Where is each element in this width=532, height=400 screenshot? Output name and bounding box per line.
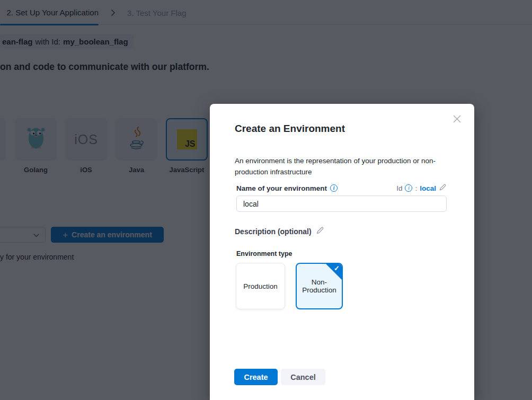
description-optional-label: Description (optional) [235, 227, 312, 236]
close-icon[interactable] [452, 114, 462, 123]
environment-type-nonproduction-card[interactable]: ✓ Non-Production [296, 263, 343, 309]
id-value: local [420, 184, 436, 192]
environment-type-production-card[interactable]: Production [236, 263, 285, 309]
production-card-label: Production [243, 282, 278, 290]
modal-description: An environment is the representation of … [235, 155, 448, 177]
id-info-icon[interactable]: i [405, 184, 412, 192]
create-button[interactable]: Create [234, 369, 278, 385]
name-and-id-row: Name of your environment i Id i : local [236, 183, 447, 193]
edit-id-pencil-icon[interactable] [439, 183, 447, 193]
environment-name-label: Name of your environment i [236, 184, 338, 192]
environment-name-label-text: Name of your environment [236, 184, 327, 192]
description-label-row: Description (optional) [235, 226, 324, 237]
environment-name-input[interactable] [236, 195, 447, 212]
nonproduction-card-label: Non-Production [297, 278, 342, 294]
edit-description-pencil-icon[interactable] [316, 226, 324, 237]
id-separator: : [415, 184, 417, 192]
environment-id-block: Id i : local [396, 183, 447, 193]
modal-title: Create an Environment [235, 123, 345, 135]
id-label: Id [396, 184, 402, 192]
environment-type-label: Environment type [236, 250, 292, 257]
info-icon[interactable]: i [330, 184, 338, 192]
create-environment-modal: Create an Environment An environment is … [210, 104, 474, 400]
check-icon: ✓ [334, 264, 340, 272]
cancel-button[interactable]: Cancel [281, 369, 325, 385]
